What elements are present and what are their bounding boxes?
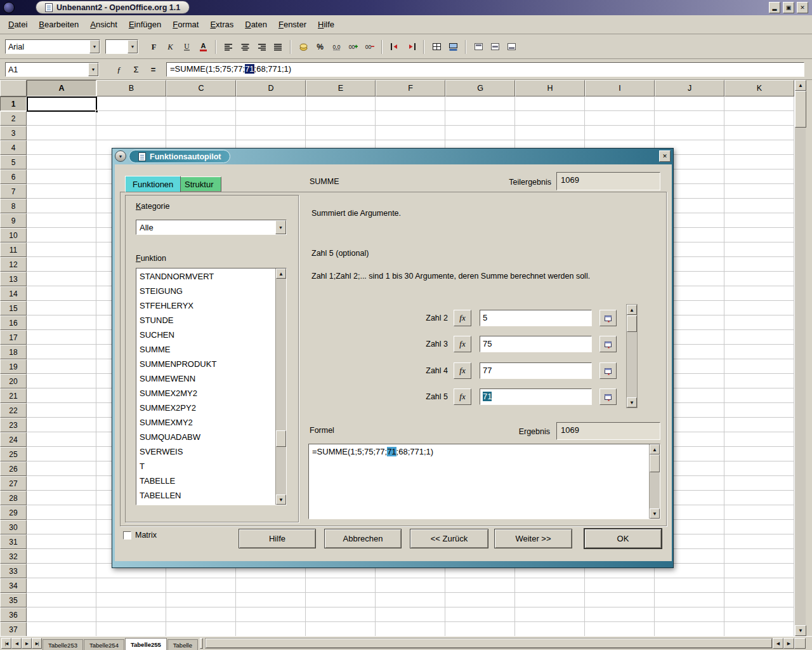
window-resize-corner[interactable] [794,638,806,649]
row-header-22[interactable]: 22 [0,403,27,418]
next-sheet-button[interactable]: ▶ [22,638,32,649]
function-item-stfehleryx[interactable]: STFEHLERYX [136,298,275,313]
sheet-tab-tabelle253[interactable]: Tabelle253 [43,639,83,650]
delete-decimal-button[interactable]: 00 [362,39,377,55]
row-header-20[interactable]: 20 [0,374,27,388]
sheet-tab-tabelle255[interactable]: Tabelle255 [125,638,167,650]
menu-fenster[interactable]: Fenster [273,18,312,31]
arg-input-zahl-2[interactable]: 5 [480,310,592,326]
category-combo[interactable]: Alle ▼ [136,220,287,235]
function-item-sverweis[interactable]: SVERWEIS [136,444,275,459]
horizontal-scroll-thumb[interactable] [206,639,772,648]
row-header-14[interactable]: 14 [0,286,27,301]
align-center-button[interactable] [237,39,252,55]
back-button[interactable]: << Zurück [410,529,488,548]
underline-button[interactable]: U [179,39,194,55]
row-header-25[interactable]: 25 [0,447,27,461]
row-header-29[interactable]: 29 [0,505,27,520]
row-header-32[interactable]: 32 [0,549,27,564]
chevron-down-icon[interactable]: ▼ [89,40,100,53]
row-header-26[interactable]: 26 [0,461,27,476]
horizontal-scrollbar[interactable] [205,638,773,649]
menu-format[interactable]: Format [167,18,204,31]
row-header-7[interactable]: 7 [0,184,27,199]
last-sheet-button[interactable]: ▶| [32,638,42,649]
tab-splitter-handle[interactable] [200,638,203,649]
row-header-12[interactable]: 12 [0,257,27,272]
function-item-summex2my2[interactable]: SUMMEX2MY2 [136,386,275,401]
add-decimal-button[interactable]: 00 [345,39,360,55]
equals-icon[interactable]: = [146,62,160,77]
row-header-30[interactable]: 30 [0,520,27,534]
column-header-f[interactable]: F [376,80,445,96]
row-header-2[interactable]: 2 [0,111,27,126]
row-header-21[interactable]: 21 [0,388,27,403]
previous-sheet-button[interactable]: ◀ [11,638,22,649]
shrink-button-zahl-3[interactable] [599,336,617,352]
row-header-3[interactable]: 3 [0,126,27,140]
scroll-right-icon[interactable]: ▶ [783,638,794,649]
column-header-i[interactable]: I [585,80,655,96]
function-autopilot-icon[interactable]: ƒ [112,62,126,77]
increase-indent-button[interactable] [403,39,419,55]
matrix-checkbox[interactable] [123,531,131,540]
textarea-scroll-thumb[interactable] [650,454,660,472]
row-header-11[interactable]: 11 [0,242,27,257]
row-header-18[interactable]: 18 [0,345,27,359]
bold-button[interactable]: F [146,39,161,55]
row-header-5[interactable]: 5 [0,155,27,169]
row-header-13[interactable]: 13 [0,272,27,286]
tab-funktionen[interactable]: Funktionen [125,176,181,192]
row-header-27[interactable]: 27 [0,476,27,491]
sum-icon[interactable]: Σ [129,62,143,77]
column-header-c[interactable]: C [166,80,236,96]
column-header-a[interactable]: A [27,80,96,96]
scroll-up-icon[interactable]: ▲ [627,305,637,315]
first-sheet-button[interactable]: |◀ [1,638,11,649]
row-header-15[interactable]: 15 [0,301,27,315]
fx-button-zahl-2[interactable]: fx [454,310,471,326]
function-item-standnormvert[interactable]: STANDNORMVERT [136,269,275,284]
function-item-suchen[interactable]: SUCHEN [136,328,275,342]
arguments-scroll-thumb[interactable] [627,315,637,332]
listbox-scroll-thumb[interactable] [276,430,286,447]
shrink-button-zahl-4[interactable] [599,362,617,379]
arg-input-zahl-3[interactable]: 75 [480,336,592,352]
row-header-19[interactable]: 19 [0,359,27,374]
active-cell-selection[interactable] [27,96,97,112]
column-header-d[interactable]: D [236,80,306,96]
formula-input[interactable]: =SUMME(1;5;75;77;71;68;771;1) [166,62,804,77]
row-header-17[interactable]: 17 [0,330,27,345]
scroll-down-icon[interactable]: ▼ [650,508,660,519]
italic-button[interactable]: K [162,39,178,55]
align-bottom-button[interactable] [504,39,519,55]
menu-ansicht[interactable]: Ansicht [84,18,123,31]
column-header-g[interactable]: G [445,80,515,96]
align-left-button[interactable] [221,39,236,55]
function-item-summenprodukt[interactable]: SUMMENPRODUKT [136,357,275,371]
decrease-indent-button[interactable] [387,39,402,55]
sheet-tab-tabelle[interactable]: Tabelle [167,639,198,650]
scroll-up-icon[interactable]: ▲ [795,80,806,91]
function-item-stunde[interactable]: STUNDE [136,313,275,328]
function-item-tabelle[interactable]: TABELLE [136,474,275,488]
borders-button[interactable] [429,39,444,55]
row-header-37[interactable]: 37 [0,622,27,636]
fx-button-zahl-4[interactable]: fx [454,362,471,379]
fill-handle[interactable] [95,110,98,113]
minimize-button[interactable]: ▂ [769,2,780,13]
vertical-scrollbar[interactable]: ▲ ▼ [794,80,806,636]
row-header-34[interactable]: 34 [0,578,27,593]
font-size-combo[interactable]: ▼ [105,39,138,54]
menu-daten[interactable]: Daten [239,18,273,31]
row-header-35[interactable]: 35 [0,593,27,607]
row-header-8[interactable]: 8 [0,199,27,213]
row-header-6[interactable]: 6 [0,169,27,184]
next-button[interactable]: Weiter >> [494,529,572,548]
row-header-9[interactable]: 9 [0,213,27,228]
align-right-button[interactable] [254,39,269,55]
column-header-j[interactable]: J [655,80,724,96]
column-header-h[interactable]: H [515,80,585,96]
font-name-combo[interactable]: Arial ▼ [5,39,100,54]
cancel-button[interactable]: Abbrechen [324,529,402,548]
